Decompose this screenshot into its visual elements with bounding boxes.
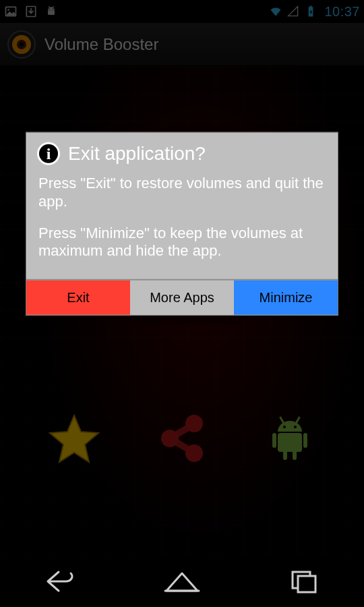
back-button[interactable]: [27, 565, 94, 598]
info-icon: i: [37, 142, 60, 165]
dialog-body-line1: Press "Exit" to restore volumes and quit…: [38, 175, 326, 211]
home-button[interactable]: [148, 565, 216, 598]
dialog-body-line2: Press "Minimize" to keep the volumes at …: [38, 224, 326, 260]
navigation-bar: [0, 556, 364, 607]
more-apps-button[interactable]: More Apps: [130, 281, 234, 315]
svg-rect-34: [298, 576, 315, 592]
dialog-title: Exit application?: [68, 143, 206, 165]
exit-button[interactable]: Exit: [26, 281, 130, 315]
recents-button[interactable]: [270, 565, 337, 598]
exit-dialog: i Exit application? Press "Exit" to rest…: [26, 132, 338, 316]
minimize-button[interactable]: Minimize: [234, 281, 338, 315]
dialog-body: Press "Exit" to restore volumes and quit…: [26, 172, 338, 279]
